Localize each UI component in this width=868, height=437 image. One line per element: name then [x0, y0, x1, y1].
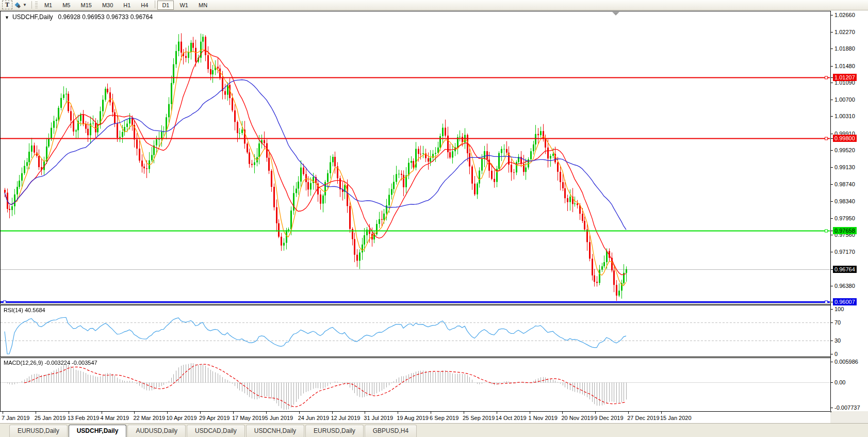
- date-tick-mark: [200, 412, 201, 414]
- price-level-label: 0.96007: [833, 298, 857, 305]
- date-tick-mark: [266, 412, 267, 414]
- axis-tick-mark: [831, 218, 833, 219]
- chart-tab-USDCAD-Daily[interactable]: USDCAD,Daily: [187, 425, 245, 437]
- axis-tick-mark: [831, 235, 833, 235]
- date-tick-mark: [595, 412, 596, 414]
- date-axis-label: 25 Sep 2019: [463, 415, 495, 421]
- date-tick-mark: [69, 412, 69, 414]
- date-axis-label: 1 Nov 2019: [529, 415, 558, 421]
- date-axis-label: 10 Apr 2019: [166, 415, 196, 421]
- rsi-label: RSI(14) 40.5684: [4, 307, 45, 313]
- axis-tick-mark: [831, 341, 833, 341]
- date-tick-mark: [3, 412, 3, 414]
- date-tick-mark: [530, 412, 530, 414]
- rsi-axis-label: 0: [834, 351, 838, 357]
- timeframe-button-M1[interactable]: M1: [40, 1, 57, 10]
- terminal-window: T ▼ M1M5M15M30H1H4D1W1MN ▼USDCHF,Daily0.…: [0, 0, 868, 437]
- timeframe-button-MN[interactable]: MN: [194, 1, 212, 10]
- axis-tick-mark: [831, 252, 833, 252]
- chart-title: ▼USDCHF,Daily0.96928 0.96953 0.96733 0.9…: [5, 13, 153, 21]
- date-tick-mark: [299, 412, 300, 414]
- macd-values: -0.003224 -0.003547: [44, 360, 97, 366]
- chevron-down-icon: ▼: [23, 3, 27, 7]
- date-axis-label: 15 Jan 2020: [660, 415, 692, 421]
- price-level-label: 1.01207: [833, 74, 857, 81]
- rsi-axis-label: 100: [834, 306, 844, 312]
- axis-tick-mark: [831, 167, 833, 168]
- date-tick-mark: [628, 412, 629, 414]
- price-axis-tick-label: 0.99520: [834, 147, 855, 153]
- date-axis-label: 9 Dec 2019: [594, 415, 623, 421]
- timeframe-button-D1[interactable]: D1: [157, 1, 174, 10]
- axis-tick-mark: [831, 150, 833, 151]
- rsi-canvas[interactable]: [1, 305, 830, 355]
- price-level-label: 0.97658: [833, 227, 857, 234]
- objects-dropdown-button[interactable]: ▼: [13, 3, 29, 8]
- axis-tick-mark: [831, 116, 833, 117]
- date-axis-label: 27 Dec 2019: [627, 415, 659, 421]
- date-axis-label: 24 Jun 2019: [298, 415, 330, 421]
- date-axis-label: 22 Mar 2019: [133, 415, 165, 421]
- date-axis-label: 31 Jul 2019: [364, 415, 393, 421]
- chart-symbol-label: USDCHF,Daily: [12, 13, 53, 21]
- chart-tab-bar: EURUSD,DailyUSDCHF,DailyAUDUSD,DailyUSDC…: [0, 423, 868, 437]
- date-tick-mark: [497, 412, 497, 414]
- date-tick-mark: [36, 412, 36, 414]
- price-axis-tick-label: 1.00700: [834, 96, 855, 103]
- axis-tick-mark: [831, 83, 833, 83]
- timeframe-button-H1[interactable]: H1: [119, 1, 135, 10]
- macd-canvas[interactable]: [1, 358, 830, 411]
- chart-shift-marker[interactable]: [612, 12, 619, 15]
- axis-tick-mark: [831, 184, 833, 185]
- price-axis-tick-label: 1.02660: [834, 12, 855, 18]
- rsi-indicator-panel: RSI(14) 40.5684: [0, 305, 831, 357]
- macd-axis-label: 0.00: [834, 379, 845, 385]
- chart-menu-caret[interactable]: ▼: [5, 15, 9, 20]
- date-tick-mark: [332, 412, 333, 414]
- rsi-value: 40.5684: [25, 307, 45, 313]
- axis-tick-mark: [831, 309, 833, 310]
- axis-tick-mark: [831, 32, 833, 33]
- price-axis-tick-label: 0.99130: [834, 164, 855, 170]
- chart-tab-USDCHF-Daily[interactable]: USDCHF,Daily: [69, 425, 127, 437]
- price-axis[interactable]: 1.026601.022701.018801.014801.010901.007…: [831, 11, 868, 411]
- chart-tab-EURUSD-Daily[interactable]: EURUSD,Daily: [9, 425, 68, 437]
- timeframe-button-W1[interactable]: W1: [175, 1, 193, 10]
- price-axis-tick-label: 0.98340: [834, 198, 855, 204]
- price-axis-tick-label: 1.01480: [834, 63, 855, 69]
- macd-axis-label: 0.005986: [834, 359, 858, 365]
- date-tick-mark: [233, 412, 234, 414]
- axis-tick-mark: [831, 15, 833, 15]
- date-tick-mark: [398, 412, 398, 414]
- chart-tab-AUDUSD-Daily[interactable]: AUDUSD,Daily: [127, 425, 186, 437]
- date-axis-label: 12 Jul 2019: [331, 415, 361, 421]
- date-tick-mark: [365, 412, 365, 414]
- date-axis-label: 14 Oct 2019: [496, 415, 527, 421]
- chart-tab-EURUSD-Daily[interactable]: EURUSD,Daily: [305, 425, 364, 437]
- timeframe-button-M5[interactable]: M5: [58, 1, 75, 10]
- toolbar-separator: [155, 1, 155, 8]
- axis-tick-mark: [831, 100, 833, 100]
- axis-tick-mark: [831, 322, 833, 323]
- timeframe-button-M15[interactable]: M15: [76, 1, 96, 10]
- axis-tick-mark: [831, 201, 833, 202]
- date-axis-label: 13 Feb 2019: [68, 415, 100, 421]
- price-axis-tick-label: 0.96380: [834, 283, 855, 289]
- date-axis[interactable]: 7 Jan 201925 Jan 201913 Feb 20194 Mar 20…: [0, 411, 830, 424]
- macd-axis-label: -0.007737: [834, 404, 860, 411]
- date-tick-mark: [562, 412, 563, 414]
- timeframe-button-H4[interactable]: H4: [136, 1, 153, 10]
- timeframe-button-M30[interactable]: M30: [97, 1, 118, 10]
- date-tick-mark: [431, 412, 431, 414]
- axis-tick-mark: [831, 134, 833, 134]
- price-chart-canvas[interactable]: [1, 11, 830, 303]
- price-level-label: 0.99800: [833, 135, 857, 142]
- chart-tab-USDCNH-Daily[interactable]: USDCNH,Daily: [246, 425, 304, 437]
- date-axis-label: 29 Apr 2019: [199, 415, 230, 421]
- toolbar-grip[interactable]: [35, 2, 38, 8]
- date-axis-label: 25 Jan 2019: [35, 415, 66, 421]
- chart-tab-GBPUSD-H4[interactable]: GBPUSD,H4: [365, 425, 417, 437]
- date-axis-label: 19 Aug 2019: [397, 415, 429, 421]
- text-tool-button[interactable]: T: [2, 1, 12, 9]
- date-axis-label: 4 Mar 2019: [101, 415, 129, 421]
